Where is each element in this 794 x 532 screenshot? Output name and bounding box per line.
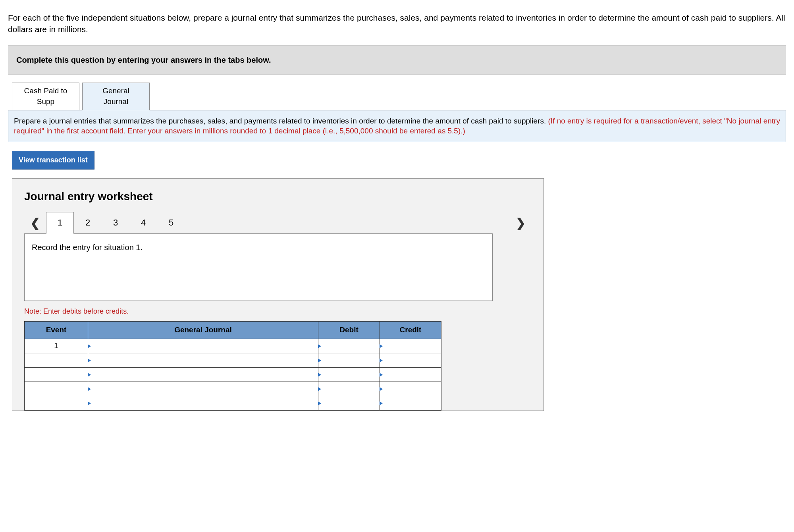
tab-label-line1: Cash Paid to xyxy=(12,86,79,96)
view-transaction-list-button[interactable]: View transaction list xyxy=(12,151,94,170)
cell-event xyxy=(25,396,88,411)
header-event: Event xyxy=(25,322,88,339)
cell-credit-input[interactable] xyxy=(380,339,441,353)
instruction-text: Prepare a journal entries that summarize… xyxy=(14,117,548,125)
tab-instruction-panel: Prepare a journal entries that summarize… xyxy=(8,110,786,142)
worksheet-title: Journal entry worksheet xyxy=(24,189,532,204)
chevron-right-icon[interactable]: ❯ xyxy=(510,215,532,231)
entry-tab-3[interactable]: 3 xyxy=(102,212,129,234)
journal-entry-table: Event General Journal Debit Credit 1 xyxy=(24,321,441,411)
tab-label-line1: General xyxy=(83,86,149,96)
dropdown-marker-icon xyxy=(88,387,91,391)
cell-account-select[interactable] xyxy=(88,396,318,411)
header-general-journal: General Journal xyxy=(88,322,318,339)
cell-debit-input[interactable] xyxy=(318,382,380,396)
cell-account-select[interactable] xyxy=(88,339,318,353)
dropdown-marker-icon xyxy=(318,373,321,377)
dropdown-marker-icon xyxy=(318,359,321,362)
header-credit: Credit xyxy=(380,322,441,339)
cell-event: 1 xyxy=(25,339,88,353)
cell-credit-input[interactable] xyxy=(380,368,441,382)
entry-nav: ❮ 1 2 3 4 5 ❯ xyxy=(24,212,532,234)
entry-nav-left: ❮ 1 2 3 4 5 xyxy=(24,212,185,234)
record-prompt-text: Record the entry for situation 1. xyxy=(32,243,143,252)
cell-credit-input[interactable] xyxy=(380,396,441,411)
dropdown-marker-icon xyxy=(88,359,91,362)
cell-event xyxy=(25,382,88,396)
header-debit: Debit xyxy=(318,322,380,339)
cell-account-select[interactable] xyxy=(88,382,318,396)
record-prompt-box: Record the entry for situation 1. xyxy=(24,233,493,301)
cell-credit-input[interactable] xyxy=(380,382,441,396)
cell-event xyxy=(25,353,88,368)
tab-label-line2: Journal xyxy=(83,96,149,107)
tab-cash-paid-to-supp[interactable]: Cash Paid to Supp xyxy=(12,83,79,110)
chevron-left-icon[interactable]: ❮ xyxy=(24,215,46,231)
entry-tab-1[interactable]: 1 xyxy=(46,212,74,234)
table-row xyxy=(25,368,441,382)
dropdown-marker-icon xyxy=(380,373,383,377)
journal-worksheet-panel: Journal entry worksheet ❮ 1 2 3 4 5 ❯ Re… xyxy=(12,178,544,411)
cell-account-select[interactable] xyxy=(88,368,318,382)
cell-credit-input[interactable] xyxy=(380,353,441,368)
entry-tab-2[interactable]: 2 xyxy=(74,212,102,234)
dropdown-marker-icon xyxy=(380,344,383,348)
cell-event xyxy=(25,368,88,382)
debits-before-credits-note: Note: Enter debits before credits. xyxy=(24,306,532,316)
cell-account-select[interactable] xyxy=(88,353,318,368)
table-header-row: Event General Journal Debit Credit xyxy=(25,322,441,339)
dropdown-marker-icon xyxy=(380,387,383,391)
entry-tab-5[interactable]: 5 xyxy=(157,212,185,234)
dropdown-marker-icon xyxy=(318,344,321,348)
cell-debit-input[interactable] xyxy=(318,368,380,382)
entry-tab-4[interactable]: 4 xyxy=(129,212,157,234)
dropdown-marker-icon xyxy=(88,344,91,348)
tab-general-journal[interactable]: General Journal xyxy=(82,83,150,110)
table-row xyxy=(25,353,441,368)
instruction-bar: Complete this question by entering your … xyxy=(8,45,786,75)
cell-debit-input[interactable] xyxy=(318,339,380,353)
table-row xyxy=(25,382,441,396)
dropdown-marker-icon xyxy=(318,401,321,405)
question-text: For each of the five independent situati… xyxy=(8,12,786,35)
main-tabs: Cash Paid to Supp General Journal xyxy=(12,83,786,110)
dropdown-marker-icon xyxy=(88,401,91,405)
cell-debit-input[interactable] xyxy=(318,353,380,368)
dropdown-marker-icon xyxy=(380,401,383,405)
tab-label-line2: Supp xyxy=(12,96,79,107)
table-row xyxy=(25,396,441,411)
dropdown-marker-icon xyxy=(318,387,321,391)
dropdown-marker-icon xyxy=(380,359,383,362)
table-row: 1 xyxy=(25,339,441,353)
cell-debit-input[interactable] xyxy=(318,396,380,411)
dropdown-marker-icon xyxy=(88,373,91,377)
